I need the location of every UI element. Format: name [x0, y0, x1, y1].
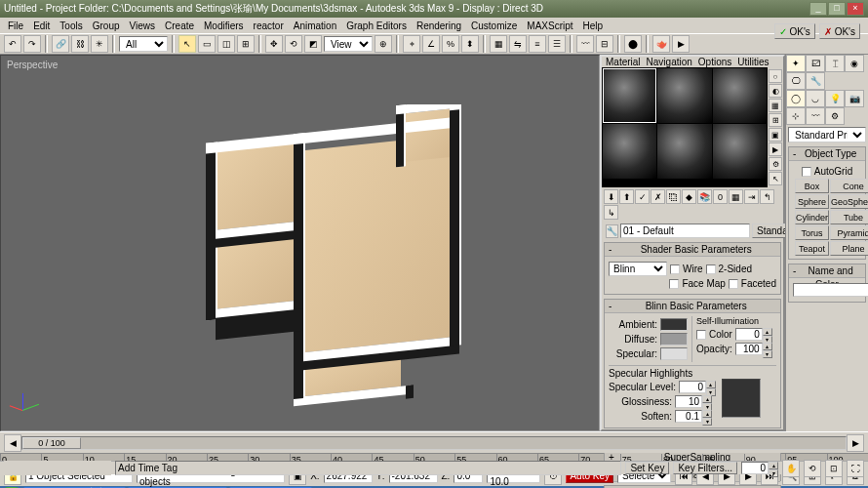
- render-scene-button[interactable]: 🫖: [652, 35, 670, 53]
- hierarchy-tab-icon[interactable]: ⌶: [825, 55, 845, 72]
- rotate-button[interactable]: ⟲: [285, 35, 302, 53]
- sample-type-icon[interactable]: ○: [769, 69, 782, 83]
- undo-button[interactable]: ↶: [4, 35, 21, 53]
- mirror-button[interactable]: ⇋: [509, 35, 527, 53]
- lights-tab-icon[interactable]: 💡: [825, 90, 845, 107]
- material-slot-4[interactable]: [603, 124, 656, 179]
- autogrid-checkbox[interactable]: [802, 167, 811, 177]
- faceted-checkbox[interactable]: [729, 279, 738, 289]
- soften-input[interactable]: [675, 410, 702, 423]
- time-slider[interactable]: 0 / 100: [21, 436, 847, 450]
- pick-material-icon[interactable]: 🔧: [606, 224, 618, 238]
- angle-snap-button[interactable]: ∠: [422, 35, 440, 53]
- reset-map-icon[interactable]: ✗: [651, 189, 665, 204]
- material-slot-1[interactable]: [603, 68, 656, 123]
- box-button[interactable]: Box: [795, 179, 829, 193]
- me-menu-options[interactable]: Options: [698, 57, 731, 67]
- align-button[interactable]: ≡: [529, 35, 546, 53]
- speclvl-input[interactable]: [679, 381, 706, 393]
- si-value-input[interactable]: [735, 328, 763, 341]
- wire-checkbox[interactable]: [670, 264, 680, 274]
- ambient-swatch[interactable]: [660, 318, 688, 331]
- viewport-perspective[interactable]: Perspective: [0, 55, 600, 431]
- shader-type-combo[interactable]: Blinn: [609, 262, 667, 276]
- geosphere-button[interactable]: GeoSphere: [830, 194, 868, 209]
- min-max-icon[interactable]: ⛶: [847, 460, 864, 477]
- menu-grapheditors[interactable]: Graph Editors: [342, 20, 411, 31]
- display-tab-icon[interactable]: 🖵: [786, 72, 806, 90]
- redo-button[interactable]: ↷: [23, 35, 41, 53]
- menu-animation[interactable]: Animation: [290, 20, 340, 31]
- make-unique-icon[interactable]: ◆: [682, 189, 696, 204]
- menu-views[interactable]: Views: [126, 20, 160, 31]
- rollout-shader-header[interactable]: Shader Basic Parameters: [605, 243, 780, 257]
- go-forward-icon[interactable]: ↳: [604, 205, 618, 220]
- cancel-button[interactable]: OK's: [819, 23, 860, 39]
- make-copy-icon[interactable]: ⿻: [666, 189, 681, 204]
- object-type-header[interactable]: Object Type: [789, 147, 865, 161]
- material-slot-2[interactable]: [657, 68, 711, 123]
- plane-button[interactable]: Plane: [830, 241, 868, 256]
- select-button[interactable]: ↖: [178, 35, 196, 53]
- minimize-button[interactable]: _: [809, 2, 827, 16]
- set-key-button[interactable]: Set Key: [625, 462, 669, 474]
- object-name-input[interactable]: [793, 283, 868, 297]
- percent-snap-button[interactable]: %: [442, 35, 459, 53]
- link-button[interactable]: 🔗: [52, 35, 69, 53]
- time-slider-thumb[interactable]: 0 / 100: [22, 437, 81, 449]
- pivot-button[interactable]: ⊕: [375, 35, 392, 53]
- create-tab-icon[interactable]: ✦: [786, 55, 806, 72]
- spinner-snap-button[interactable]: ⬍: [461, 35, 479, 53]
- curve-editor-button[interactable]: 〰: [576, 35, 594, 53]
- shapes-tab-icon[interactable]: ◡: [806, 90, 825, 107]
- scale-button[interactable]: ◩: [304, 35, 322, 53]
- cylinder-button[interactable]: Cylinder: [795, 210, 829, 224]
- sample-uv-icon[interactable]: ⊞: [769, 113, 782, 127]
- cone-button[interactable]: Cone: [830, 179, 868, 193]
- pyramid-button[interactable]: Pyramid: [830, 225, 868, 240]
- create-category-combo[interactable]: Standard Primitives: [788, 127, 866, 142]
- cameras-tab-icon[interactable]: 📷: [845, 90, 864, 107]
- si-color-checkbox[interactable]: [696, 330, 706, 340]
- arc-rotate-icon[interactable]: ⟲: [804, 460, 821, 477]
- rollout-blinn-header[interactable]: Blinn Basic Parameters: [605, 300, 780, 313]
- backlight-icon[interactable]: ◐: [769, 84, 782, 98]
- current-frame-input[interactable]: [741, 462, 769, 474]
- ok-button[interactable]: OK's: [774, 23, 815, 39]
- diffuse-swatch[interactable]: [660, 333, 688, 346]
- helpers-tab-icon[interactable]: ⊹: [786, 107, 806, 125]
- menu-modifiers[interactable]: Modifiers: [200, 20, 248, 31]
- pan-icon[interactable]: ✋: [782, 460, 800, 477]
- menu-customize[interactable]: Customize: [467, 20, 521, 31]
- material-name-input[interactable]: [620, 224, 750, 238]
- window-crossing-button[interactable]: ⊞: [237, 35, 255, 53]
- tube-button[interactable]: Tube: [830, 210, 868, 224]
- menu-group[interactable]: Group: [89, 20, 124, 31]
- snap-button[interactable]: ⌖: [403, 35, 420, 53]
- menu-edit[interactable]: Edit: [29, 20, 54, 31]
- opacity-input[interactable]: [735, 343, 763, 355]
- select-by-mat-icon[interactable]: ↖: [769, 172, 782, 185]
- select-region-button[interactable]: ◫: [217, 35, 235, 53]
- mat-id-icon[interactable]: 0: [713, 189, 728, 204]
- maximize-button[interactable]: □: [828, 2, 846, 16]
- timeslider-prev-icon[interactable]: ◀: [4, 434, 21, 452]
- close-button[interactable]: ×: [847, 2, 864, 16]
- maximize-vp-icon[interactable]: ⊡: [825, 460, 843, 477]
- unlink-button[interactable]: ⛓: [71, 35, 89, 53]
- me-menu-utilities[interactable]: Utilities: [737, 57, 769, 67]
- show-end-icon[interactable]: ⇥: [744, 189, 759, 204]
- motion-tab-icon[interactable]: ◉: [845, 55, 864, 72]
- teapot-button[interactable]: Teapot: [795, 241, 829, 256]
- menu-tools[interactable]: Tools: [56, 20, 86, 31]
- 2sided-checkbox[interactable]: [706, 264, 716, 274]
- menu-file[interactable]: File: [4, 20, 27, 31]
- put-to-lib-icon[interactable]: 📚: [697, 189, 712, 204]
- layers-button[interactable]: ☰: [548, 35, 566, 53]
- material-editor-button[interactable]: ⬤: [624, 35, 642, 53]
- systems-tab-icon[interactable]: ⚙: [825, 107, 845, 125]
- select-by-name-button[interactable]: ▭: [198, 35, 216, 53]
- material-slot-3[interactable]: [713, 68, 767, 123]
- material-slot-5[interactable]: [657, 124, 711, 179]
- show-map-icon[interactable]: ▦: [729, 189, 743, 204]
